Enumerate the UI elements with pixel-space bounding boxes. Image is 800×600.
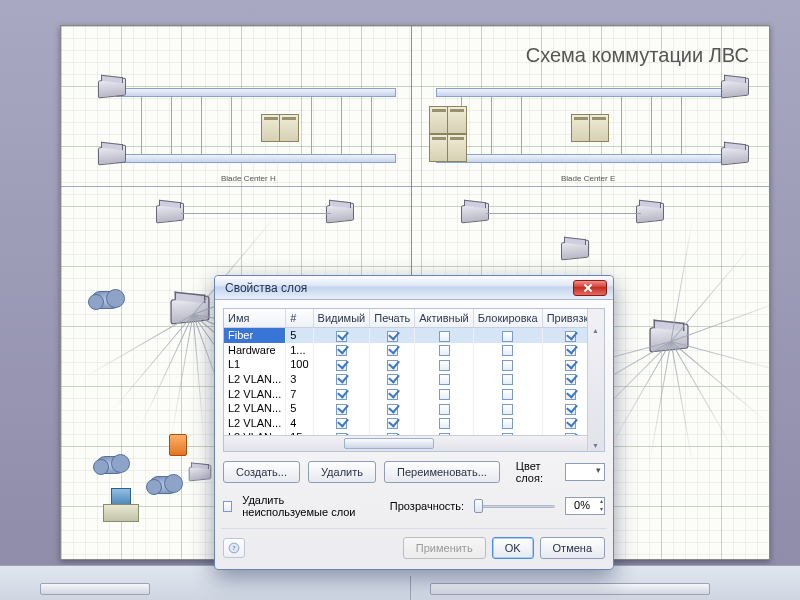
checkbox[interactable] [502, 360, 513, 371]
cloud-icon [96, 456, 126, 474]
help-icon: ? [228, 542, 240, 554]
help-button[interactable]: ? [223, 538, 245, 558]
layer-row[interactable]: L2 VLAN...5 [224, 401, 605, 416]
checkbox[interactable] [387, 374, 398, 385]
checkbox[interactable] [565, 374, 576, 385]
col-print[interactable]: Печать [370, 309, 415, 328]
col-lock[interactable]: Блокировка [473, 309, 542, 328]
switch-icon [98, 145, 126, 166]
group-label: Blade Center E [561, 174, 615, 183]
apply-button[interactable]: Применить [403, 537, 486, 559]
checkbox[interactable] [387, 360, 398, 371]
dialog-titlebar[interactable]: Свойства слоя [215, 276, 613, 300]
checkbox[interactable] [439, 331, 450, 342]
checkbox[interactable] [336, 345, 347, 356]
hscroll-thumb[interactable] [40, 583, 150, 595]
transparency-value[interactable]: 0% [565, 497, 605, 515]
layer-row[interactable]: Hardware1... [224, 343, 605, 358]
checkbox[interactable] [565, 345, 576, 356]
grid-hscroll[interactable] [224, 435, 587, 451]
checkbox[interactable] [565, 404, 576, 415]
cell-num: 4 [286, 416, 313, 431]
cloud-icon [149, 476, 179, 494]
checkbox[interactable] [336, 389, 347, 400]
checkbox[interactable] [565, 331, 576, 342]
col-num[interactable]: # [286, 309, 313, 328]
layer-color-picker[interactable] [565, 463, 605, 481]
col-visible[interactable]: Видимый [313, 309, 370, 328]
checkbox[interactable] [565, 389, 576, 400]
checkbox[interactable] [502, 345, 513, 356]
cell-num: 5 [286, 401, 313, 416]
vscroll-arrow-icon[interactable] [410, 576, 420, 600]
building-icon [103, 488, 139, 524]
bus-bar [116, 88, 396, 97]
server-icon [589, 114, 609, 142]
diagram-title: Схема коммутации ЛВС [526, 44, 749, 67]
server-icon [571, 114, 591, 142]
col-name[interactable]: Имя [224, 309, 286, 328]
layer-properties-dialog: Свойства слоя Имя # Видимый Печать Актив… [214, 275, 614, 570]
create-button[interactable]: Создать... [223, 461, 300, 483]
checkbox[interactable] [336, 404, 347, 415]
layer-row[interactable]: L2 VLAN...3 [224, 372, 605, 387]
cell-name: L2 VLAN... [224, 372, 286, 387]
checkbox[interactable] [336, 374, 347, 385]
ok-button[interactable]: OK [492, 537, 534, 559]
hscroll-thumb[interactable] [430, 583, 710, 595]
cell-name: Hardware [224, 343, 286, 358]
checkbox[interactable] [439, 389, 450, 400]
server-icon [447, 134, 467, 162]
cell-name: L2 VLAN... [224, 401, 286, 416]
checkbox[interactable] [387, 418, 398, 429]
cell-name: L2 VLAN... [224, 386, 286, 401]
checkbox[interactable] [502, 404, 513, 415]
cancel-button[interactable]: Отмена [540, 537, 605, 559]
checkbox[interactable] [336, 360, 347, 371]
checkbox[interactable] [439, 404, 450, 415]
layers-grid[interactable]: Имя # Видимый Печать Активный Блокировка… [223, 308, 605, 452]
checkbox[interactable] [439, 360, 450, 371]
checkbox[interactable] [336, 331, 347, 342]
checkbox[interactable] [439, 418, 450, 429]
layer-row[interactable]: Fiber5 [224, 328, 605, 343]
dialog-title: Свойства слоя [225, 281, 307, 295]
delete-button[interactable]: Удалить [308, 461, 376, 483]
cell-name: Fiber [224, 328, 286, 343]
layer-row[interactable]: L2 VLAN...4 [224, 416, 605, 431]
layer-row[interactable]: L1100 [224, 357, 605, 372]
checkbox[interactable] [502, 418, 513, 429]
transparency-label: Прозрачность: [390, 500, 464, 512]
transparency-slider[interactable] [474, 498, 555, 514]
checkbox[interactable] [336, 418, 347, 429]
checkbox[interactable] [439, 345, 450, 356]
server-icon [261, 114, 281, 142]
rename-button[interactable]: Переименовать... [384, 461, 500, 483]
layer-row[interactable]: L2 VLAN...7 [224, 386, 605, 401]
checkbox[interactable] [565, 360, 576, 371]
checkbox[interactable] [387, 404, 398, 415]
checkbox[interactable] [387, 331, 398, 342]
checkbox[interactable] [565, 418, 576, 429]
checkbox[interactable] [502, 389, 513, 400]
server-icon [279, 114, 299, 142]
server-icon [429, 106, 449, 134]
group-label: Blade Center H [221, 174, 276, 183]
checkbox[interactable] [502, 374, 513, 385]
bus-bar [116, 154, 396, 163]
checkbox[interactable] [502, 331, 513, 342]
col-active[interactable]: Активный [415, 309, 473, 328]
checkbox[interactable] [387, 345, 398, 356]
switch-icon [98, 78, 126, 99]
cloud-icon [91, 291, 121, 309]
checkbox[interactable] [387, 389, 398, 400]
dialog-close-button[interactable] [573, 280, 607, 296]
switch-icon [721, 145, 749, 166]
checkbox[interactable] [439, 374, 450, 385]
cell-num: 5 [286, 328, 313, 343]
switch-icon [721, 78, 749, 99]
canvas-footer [0, 565, 800, 600]
svg-text:?: ? [233, 544, 236, 551]
remove-unused-checkbox[interactable] [223, 501, 232, 512]
grid-vscroll[interactable] [587, 309, 604, 451]
